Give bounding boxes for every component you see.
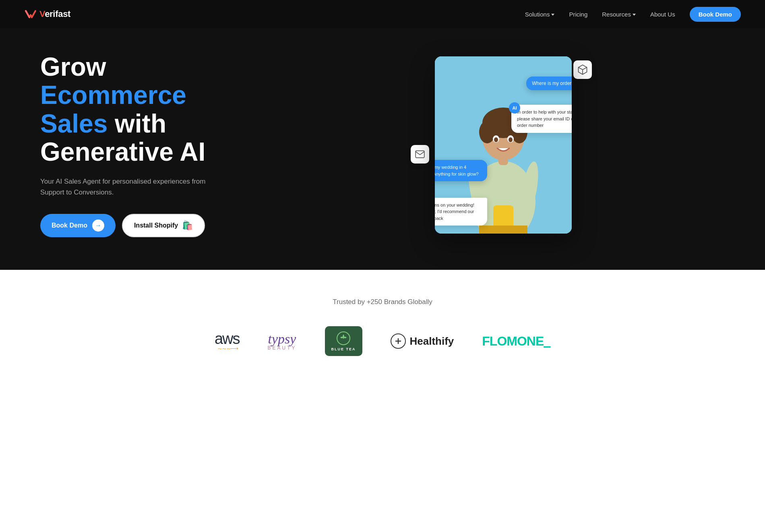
package-icon bbox=[573, 60, 592, 79]
nav-solutions[interactable]: Solutions bbox=[525, 11, 555, 18]
chevron-down-icon bbox=[633, 14, 636, 16]
typsy-beauty-logo: typsy BEAUTY bbox=[267, 331, 296, 351]
svg-point-11 bbox=[509, 137, 513, 142]
chat-bubble-bot2: SP Congratulations on your wedding! For … bbox=[435, 198, 487, 226]
trusted-label: Trusted by +250 Brands Globally bbox=[24, 298, 741, 306]
mail-icon bbox=[411, 145, 429, 164]
logo[interactable]: Verifast bbox=[24, 8, 70, 21]
svg-rect-0 bbox=[416, 151, 424, 157]
logo-text: Verifast bbox=[39, 9, 70, 19]
trusted-section: Trusted by +250 Brands Globally aws ～～～⟶… bbox=[0, 270, 765, 388]
nav-about-us[interactable]: About Us bbox=[650, 11, 675, 18]
hero-heading: Grow Ecommerce Sales with Generative AI bbox=[40, 53, 258, 166]
hero-left: Grow Ecommerce Sales with Generative AI … bbox=[40, 53, 258, 237]
svg-rect-15 bbox=[479, 226, 527, 234]
hero-buttons: Book Demo → Install Shopify 🛍️ bbox=[40, 214, 258, 237]
healthify-icon bbox=[391, 333, 406, 349]
hero-section: Grow Ecommerce Sales with Generative AI … bbox=[0, 28, 765, 270]
book-demo-hero-button[interactable]: Book Demo → bbox=[40, 214, 116, 237]
brand-logos: aws ～～～⟶ typsy BEAUTY BLUE TEA bbox=[24, 326, 741, 356]
logo-icon bbox=[24, 8, 37, 21]
svg-point-6 bbox=[479, 121, 495, 143]
blue-tea-logo: BLUE TEA bbox=[325, 326, 362, 356]
navbar: Verifast Solutions Pricing Resources Abo… bbox=[0, 0, 765, 28]
healthify-logo: Healthify bbox=[391, 333, 454, 349]
svg-point-10 bbox=[494, 137, 498, 142]
nav-resources[interactable]: Resources bbox=[602, 11, 636, 18]
arrow-icon: → bbox=[92, 219, 104, 232]
shopify-bag-icon: 🛍️ bbox=[182, 220, 193, 231]
aws-logo: aws ～～～⟶ bbox=[215, 330, 240, 352]
book-demo-nav-button[interactable]: Book Demo bbox=[690, 7, 741, 22]
nav-pricing[interactable]: Pricing bbox=[569, 11, 587, 18]
chevron-down-icon bbox=[551, 14, 554, 16]
hero-subtitle: Your AI Sales Agent for personalised exp… bbox=[40, 176, 209, 198]
chat-bubble-bot1: AI In order to help with your status, pl… bbox=[511, 105, 572, 133]
install-shopify-button[interactable]: Install Shopify 🛍️ bbox=[122, 214, 205, 237]
blue-tea-icon bbox=[336, 331, 351, 346]
chat-bubble-user1: 👤 Where is my order? bbox=[526, 77, 572, 90]
flomoney-logo: FLOMONE_ bbox=[482, 334, 550, 349]
chat-bubble-user2: Hey, I've my wedding in 4 months. Anythi… bbox=[435, 160, 487, 181]
logo-v: V bbox=[39, 9, 45, 19]
hero-image-card: 👤 Where is my order? AI In order to help… bbox=[435, 56, 572, 234]
hero-image-wrapper: 👤 Where is my order? AI In order to help… bbox=[435, 56, 572, 234]
nav-links: Solutions Pricing Resources About Us Boo… bbox=[525, 7, 741, 22]
hero-right: 👤 Where is my order? AI In order to help… bbox=[258, 54, 725, 236]
